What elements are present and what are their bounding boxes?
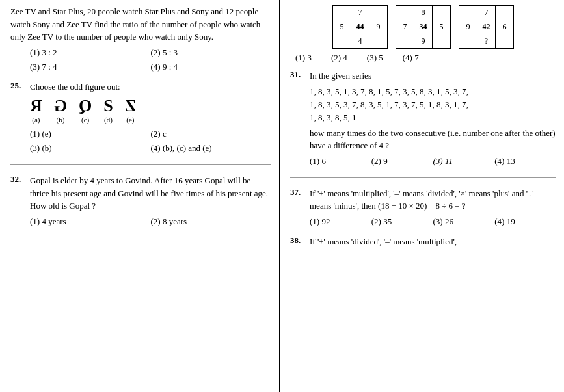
matrix3-row3: ?	[459, 34, 514, 49]
m1-r2c1: 5	[333, 20, 351, 34]
q31-num: 31.	[290, 70, 310, 80]
matrix1-row3: 4	[333, 34, 388, 49]
q32-opt1: (1) 4 years	[30, 215, 151, 229]
symbol-a-char: R	[30, 96, 42, 116]
q25-symbols: R (a) G (b) Q (c) S (d) Z (e)	[30, 96, 271, 124]
matrix3-row2: 9 42 6	[459, 20, 514, 34]
matrix-container: 7 5 44 9 4	[290, 5, 556, 49]
q37-block: 37. If '+' means 'multiplied', '–' means…	[290, 187, 556, 229]
right-column: 7 5 44 9 4	[280, 0, 564, 392]
q24-text: Zee TV and Star Plus, 20 people watch St…	[10, 5, 271, 44]
q31-row: 31. In the given series	[290, 70, 556, 83]
m1-r1c3	[369, 6, 388, 20]
q32-opt2: (2) 8 years	[151, 215, 272, 229]
q25-row: 25. Choose the odd figure out:	[10, 81, 271, 94]
q24-opt2: (2) 5 : 3	[151, 46, 272, 60]
m2-r3c3	[433, 34, 451, 49]
m2-r1c1	[396, 6, 414, 20]
m3-r2c2: 42	[477, 20, 496, 34]
q25-num: 25.	[10, 81, 30, 91]
m2-r3c1	[396, 34, 414, 49]
symbol-d: S (d)	[103, 96, 113, 124]
q38-block: 38. If '+' means 'divided', '–' means 'm…	[290, 235, 556, 248]
q32-num: 32.	[10, 174, 30, 185]
q31-opt2: (2) 9	[371, 155, 433, 168]
matrix3: 7 9 42 6 ?	[459, 5, 514, 49]
q30-opt3: (3) 5	[367, 53, 383, 63]
symbol-e: Z (e)	[125, 96, 136, 124]
q25-options-2: (3) (b) (4) (b), (c) and (e)	[30, 142, 271, 155]
q31-opt4: (4) 13	[494, 155, 556, 168]
symbol-b-label: (b)	[56, 116, 64, 124]
q31-intro: In the given series	[310, 70, 556, 83]
q37-row: 37. If '+' means 'multiplied', '–' means…	[290, 187, 556, 213]
q37-opt3: (3) 26	[433, 215, 495, 229]
q24-row: Zee TV and Star Plus, 20 people watch St…	[10, 5, 271, 44]
q31-question: how many times do the two consecutive (i…	[310, 127, 556, 152]
q37-opt4: (4) 19	[494, 215, 556, 229]
q25-opt1: (1) (e)	[30, 127, 151, 141]
matrix2-row1: 8	[396, 6, 451, 20]
m3-r2c3: 6	[496, 20, 514, 34]
q37-options: (1) 92 (2) 35 (3) 26 (4) 19	[310, 215, 556, 229]
matrix1-table: 7 5 44 9 4	[332, 5, 388, 49]
q25-text: Choose the odd figure out:	[30, 81, 271, 94]
q24-options-1: (1) 3 : 2 (2) 5 : 3	[30, 46, 271, 60]
q37-num: 37.	[290, 187, 310, 198]
q24-block: Zee TV and Star Plus, 20 people watch St…	[10, 5, 271, 74]
m1-r3c3	[369, 34, 388, 49]
symbol-d-label: (d)	[104, 116, 113, 124]
m3-r1c2: 7	[477, 6, 496, 20]
symbol-a-label: (a)	[32, 116, 40, 124]
right-divider	[290, 177, 556, 178]
m2-r2c1: 7	[396, 20, 414, 34]
left-divider	[10, 164, 271, 165]
symbol-b: G (b)	[54, 96, 67, 124]
m3-r1c3	[496, 6, 514, 20]
q30-opt4: (4) 7	[403, 53, 419, 63]
m1-r3c2: 4	[351, 34, 369, 49]
q30-options: (1) 3 (2) 4 (3) 5 (4) 7	[295, 53, 556, 63]
q31-series-line1: 1, 8, 3, 5, 1, 3, 7, 8, 1, 5, 7, 3, 5, 8…	[310, 85, 556, 98]
q31-options: (1) 6 (2) 9 (3) 11 (4) 13	[310, 155, 556, 168]
q24-opt4: (4) 9 : 4	[151, 60, 272, 74]
m2-r1c3	[433, 6, 451, 20]
q31-series-line2: 1, 8, 3, 5, 3, 7, 8, 3, 5, 1, 7, 3, 7, 5…	[310, 98, 556, 111]
page: Zee TV and Star Plus, 20 people watch St…	[0, 0, 564, 392]
q25-opt4: (4) (b), (c) and (e)	[151, 142, 272, 155]
m3-r3c3	[496, 34, 514, 49]
left-column: Zee TV and Star Plus, 20 people watch St…	[0, 0, 280, 392]
m1-r3c1	[333, 34, 351, 49]
q32-text: Gopal is elder by 4 years to Govind. Aft…	[30, 174, 271, 213]
q31-opt1: (1) 6	[310, 155, 371, 168]
q32-block: 32. Gopal is elder by 4 years to Govind.…	[10, 174, 271, 228]
symbol-b-char: G	[54, 96, 67, 116]
matrix1: 7 5 44 9 4	[332, 5, 388, 49]
m1-r2c2: 44	[351, 20, 369, 34]
matrix2: 8 7 34 5 9	[396, 5, 451, 49]
symbol-e-char: Z	[125, 96, 136, 116]
q25-options-1: (1) (e) (2) c	[30, 127, 271, 141]
m1-r1c1	[333, 6, 351, 20]
symbol-c-char: Q	[79, 96, 92, 116]
q24-opt3: (3) 7 : 4	[30, 60, 151, 74]
q32-row: 32. Gopal is elder by 4 years to Govind.…	[10, 174, 271, 213]
symbol-c: Q (c)	[79, 96, 92, 124]
q24-opt1: (1) 3 : 2	[30, 46, 151, 60]
q25-block: 25. Choose the odd figure out: R (a) G (…	[10, 81, 271, 155]
q37-text: If '+' means 'multiplied', '–' means 'di…	[310, 187, 556, 213]
m2-r3c2: 9	[414, 34, 433, 49]
q30-opt1: (1) 3	[295, 53, 312, 63]
q31-series-block: 1, 8, 3, 5, 1, 3, 7, 8, 1, 5, 7, 3, 5, 8…	[310, 85, 556, 124]
m1-r2c3: 9	[369, 20, 388, 34]
q31-opt3: (3) 11	[433, 155, 495, 168]
q24-options-2: (3) 7 : 4 (4) 9 : 4	[30, 60, 271, 74]
q37-opt1: (1) 92	[310, 215, 371, 229]
m3-r3c1	[459, 34, 477, 49]
m2-r2c2: 34	[414, 20, 433, 34]
q38-row: 38. If '+' means 'divided', '–' means 'm…	[290, 235, 556, 248]
symbol-d-char: S	[103, 96, 113, 116]
matrix2-row2: 7 34 5	[396, 20, 451, 34]
q37-opt2: (2) 35	[371, 215, 433, 229]
q31-series-line3: 1, 8, 3, 8, 5, 1	[310, 111, 556, 124]
